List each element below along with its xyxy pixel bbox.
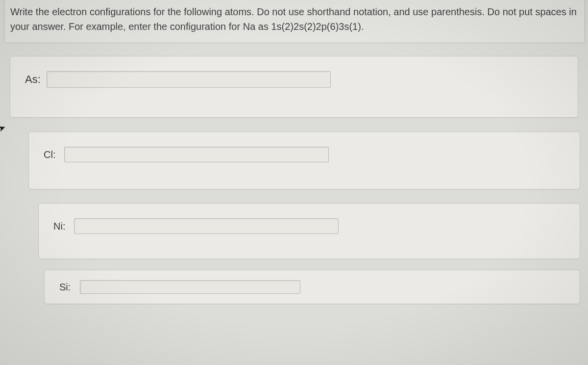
question-row: As: (25, 71, 566, 88)
question-card-cl: Cl: (28, 131, 580, 189)
question-label-cl: Cl: (44, 149, 58, 160)
answer-input-ni[interactable] (74, 218, 339, 234)
question-row: Si: (59, 280, 568, 294)
question-label-ni: Ni: (53, 221, 68, 232)
question-card-si: Si: (44, 270, 580, 304)
question-card-as: As: (10, 56, 578, 118)
answer-input-as[interactable] (47, 71, 331, 88)
question-list: As: Cl: Ni: Si: (0, 43, 588, 304)
instructions-text: Write the electron configurations for th… (10, 4, 579, 34)
question-row: Cl: (44, 147, 568, 162)
question-card-ni: Ni: (38, 203, 580, 259)
instructions-box: Write the electron configurations for th… (4, 0, 585, 43)
answer-input-si[interactable] (80, 280, 300, 294)
question-row: Ni: (53, 218, 568, 234)
answer-input-cl[interactable] (64, 147, 329, 162)
question-label-as: As: (25, 73, 41, 86)
question-label-si: Si: (59, 282, 74, 293)
